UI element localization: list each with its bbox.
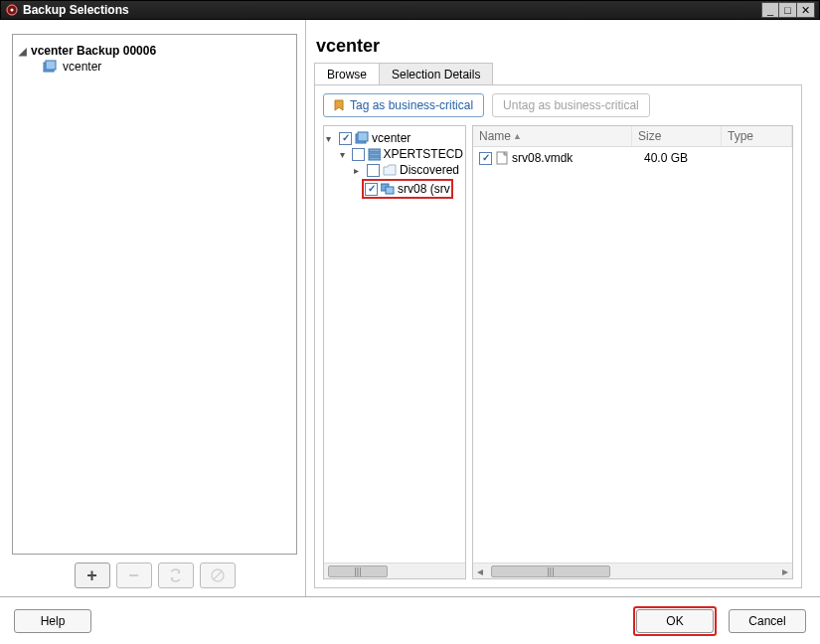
tab-browse[interactable]: Browse (314, 63, 380, 84)
tag-icon (334, 99, 344, 111)
svg-rect-11 (369, 157, 381, 160)
scroll-right-icon[interactable]: ▸ (778, 564, 792, 578)
vcenter-icon (355, 131, 369, 145)
datacenter-icon (368, 147, 381, 161)
sort-asc-icon: ▲ (513, 131, 522, 141)
right-panel: vcenter Browse Selection Details Tag as … (306, 20, 820, 596)
minus-icon: − (128, 565, 139, 586)
svg-point-2 (11, 9, 14, 12)
help-button[interactable]: Help (14, 609, 91, 633)
tab-selection-details[interactable]: Selection Details (379, 63, 493, 84)
ok-button[interactable]: OK (636, 609, 714, 633)
disk-file-icon (496, 151, 508, 165)
expander-icon[interactable]: ▸ (354, 165, 364, 176)
tab-body: Tag as business-critical Untag as busine… (314, 85, 802, 588)
refresh-button[interactable] (158, 563, 194, 588)
page-title: vcenter (314, 34, 802, 63)
checkbox[interactable] (365, 183, 378, 196)
browse-tree: ▾ vcenter ▾ XPERTSTECD ▸ (323, 125, 466, 579)
action-bar: Tag as business-critical Untag as busine… (323, 93, 793, 117)
tag-label: Tag as business-critical (350, 98, 473, 112)
plus-icon: + (86, 565, 97, 586)
svg-rect-9 (369, 149, 381, 152)
window-title: Backup Selections (23, 3, 129, 17)
tag-business-critical-button[interactable]: Tag as business-critical (323, 93, 484, 117)
vcenter-icon (43, 60, 57, 74)
checkbox[interactable] (367, 164, 380, 177)
app-icon (5, 3, 19, 17)
col-size[interactable]: Size (632, 126, 722, 146)
expander-icon[interactable]: ◢ (19, 46, 29, 57)
tree-root[interactable]: ◢ vcenter Backup 00006 (19, 43, 290, 59)
ok-label: OK (666, 614, 683, 628)
refresh-icon (168, 568, 184, 582)
col-type[interactable]: Type (722, 126, 792, 146)
left-toolbar: + − (12, 563, 297, 588)
table-body: srv08.vmdk 40.0 GB (473, 147, 792, 563)
rtree-folder[interactable]: ▸ Discovered (326, 162, 463, 178)
tree-root-label: vcenter Backup 00006 (31, 44, 156, 58)
vm-icon (381, 183, 395, 195)
scroll-thumb[interactable]: ||| (491, 565, 610, 577)
rtree-folder-label: Discovered (400, 163, 459, 177)
content: ◢ vcenter Backup 00006 vcenter + − (0, 20, 820, 596)
rtree-datacenter[interactable]: ▾ XPERTSTECD (326, 146, 463, 162)
untag-business-critical-button: Untag as business-critical (492, 93, 650, 117)
scroll-thumb[interactable]: ||| (328, 565, 388, 577)
cancel-button[interactable]: Cancel (729, 609, 806, 633)
table-row[interactable]: srv08.vmdk 40.0 GB (473, 147, 792, 169)
title-bar: Backup Selections _ □ ✕ (0, 0, 820, 20)
tab-details-label: Selection Details (392, 68, 480, 81)
h-scrollbar[interactable]: ||| (324, 563, 465, 578)
rtree-vm[interactable]: srv08 (srv (326, 178, 463, 200)
svg-line-6 (214, 571, 222, 579)
browse-tree-rows: ▾ vcenter ▾ XPERTSTECD ▸ (326, 130, 463, 200)
checkbox[interactable] (352, 148, 364, 161)
cell-name: srv08.vmdk (479, 151, 638, 165)
h-scrollbar[interactable]: ◂ ||| ▸ (473, 563, 792, 578)
cell-name-text: srv08.vmdk (512, 151, 573, 165)
close-button[interactable]: ✕ (797, 2, 815, 18)
table-header: Name ▲ Size Type (473, 126, 792, 147)
rtree-dc-label: XPERTSTECD (384, 147, 463, 161)
ok-highlight: OK (633, 606, 717, 636)
left-tree: ◢ vcenter Backup 00006 vcenter (12, 34, 297, 555)
window-buttons: _ □ ✕ (761, 2, 815, 18)
tab-browse-label: Browse (327, 68, 367, 81)
rtree-root[interactable]: ▾ vcenter (326, 130, 463, 146)
col-name[interactable]: Name ▲ (473, 126, 632, 146)
split-area: ▾ vcenter ▾ XPERTSTECD ▸ (323, 125, 793, 579)
col-size-label: Size (638, 129, 661, 143)
expander-icon[interactable]: ▾ (340, 149, 349, 160)
left-panel: ◢ vcenter Backup 00006 vcenter + − (0, 20, 306, 596)
untag-label: Untag as business-critical (503, 98, 639, 112)
cell-size-text: 40.0 GB (644, 151, 688, 165)
footer: Help OK Cancel (0, 596, 820, 644)
minimize-button[interactable]: _ (761, 2, 779, 18)
add-button[interactable]: + (75, 563, 110, 588)
cancel-icon (211, 568, 225, 582)
scroll-track[interactable] (612, 565, 776, 577)
svg-rect-13 (386, 187, 394, 194)
expander-icon[interactable]: ▾ (326, 133, 336, 144)
remove-button[interactable]: − (116, 563, 152, 588)
maximize-button[interactable]: □ (779, 2, 797, 18)
col-type-label: Type (728, 129, 753, 143)
svg-rect-10 (369, 153, 381, 156)
scroll-left-icon[interactable]: ◂ (473, 564, 487, 578)
folder-icon (383, 164, 397, 176)
cancel-refresh-button[interactable] (200, 563, 236, 588)
selected-highlight: srv08 (srv (362, 179, 453, 199)
scroll-track[interactable] (390, 565, 463, 577)
help-label: Help (41, 614, 66, 628)
tree-child[interactable]: vcenter (19, 59, 290, 75)
col-name-label: Name (479, 129, 511, 143)
cell-size: 40.0 GB (644, 151, 734, 165)
rtree-root-label: vcenter (372, 131, 410, 145)
rtree-vm-label: srv08 (srv (398, 182, 450, 196)
cancel-label: Cancel (748, 614, 785, 628)
checkbox[interactable] (339, 132, 352, 145)
checkbox[interactable] (479, 152, 492, 165)
tree-child-label: vcenter (63, 60, 101, 74)
window-title-wrap: Backup Selections (5, 3, 761, 17)
